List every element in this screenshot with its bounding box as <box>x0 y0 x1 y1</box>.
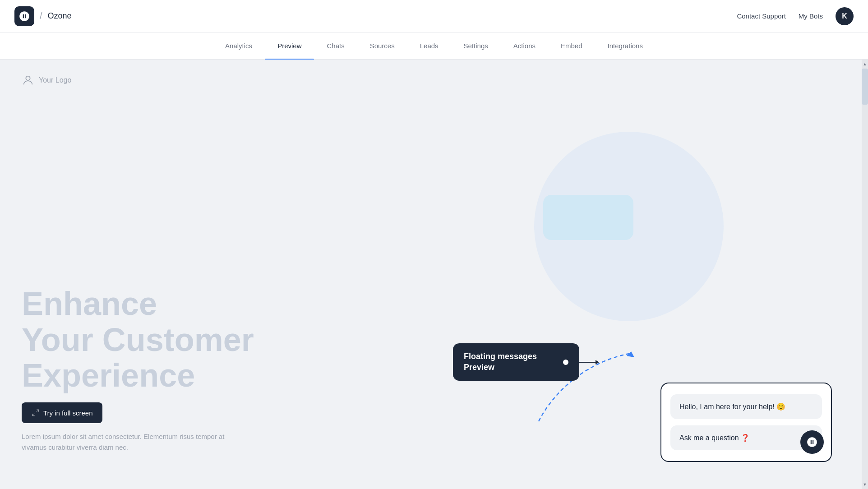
main-content: Your Logo Enhance Your Customer Experien… <box>0 60 868 489</box>
tab-embed[interactable]: Embed <box>548 32 595 60</box>
header-left: / Ozone <box>14 6 72 26</box>
floating-message-text: Floating messages Preview <box>464 351 559 373</box>
chat-question-bubble: Ask me a question ❓ <box>670 425 822 450</box>
nav: Analytics Preview Chats Sources Leads Se… <box>0 32 868 60</box>
svg-line-2 <box>32 414 35 416</box>
tab-sources[interactable]: Sources <box>357 32 407 60</box>
header-brand: Ozone <box>48 11 72 21</box>
chat-hello-bubble: Hello, I am here for your help! 😊 <box>670 394 822 419</box>
scrollbar-thumb[interactable] <box>862 69 868 105</box>
mock-logo-area: Your Logo <box>22 74 846 87</box>
logo-icon <box>18 10 30 22</box>
svg-line-1 <box>37 410 39 412</box>
svg-marker-3 <box>627 351 634 357</box>
mock-logo-text: Your Logo <box>39 76 71 84</box>
floating-message-box[interactable]: Floating messages Preview <box>453 343 579 381</box>
chat-widget-fab-button[interactable] <box>800 430 824 454</box>
tab-preview[interactable]: Preview <box>265 32 314 60</box>
hero-headline: Enhance Your Customer Experience <box>22 286 254 393</box>
tab-leads[interactable]: Leads <box>407 32 451 60</box>
hero-section: Enhance Your Customer Experience Try in … <box>22 286 254 453</box>
contact-support-link[interactable]: Contact Support <box>737 12 785 20</box>
floating-msg-dot <box>563 360 568 365</box>
scrollbar-track[interactable] <box>862 69 868 480</box>
scroll-down-arrow[interactable]: ▼ <box>862 480 868 489</box>
logo-box[interactable] <box>14 6 34 26</box>
hero-description: Lorem ipsum dolor sit amet consectetur. … <box>22 431 229 453</box>
chat-fab-icon <box>806 436 818 448</box>
tab-analytics[interactable]: Analytics <box>212 32 265 60</box>
hero-line1: Enhance <box>22 286 254 322</box>
tab-actions[interactable]: Actions <box>501 32 548 60</box>
mock-website: Your Logo Enhance Your Customer Experien… <box>0 60 868 489</box>
floating-msg-arrow-icon <box>579 358 599 367</box>
header-slash: / <box>40 11 42 21</box>
header: / Ozone Contact Support My Bots K <box>0 0 868 32</box>
scroll-up-arrow[interactable]: ▲ <box>862 60 868 69</box>
preview-area: Your Logo Enhance Your Customer Experien… <box>0 60 868 489</box>
try-fullscreen-label: Try in full screen <box>43 409 92 417</box>
tab-integrations[interactable]: Integrations <box>595 32 656 60</box>
svg-point-0 <box>26 76 30 80</box>
tab-chats[interactable]: Chats <box>314 32 357 60</box>
svg-marker-5 <box>596 360 599 364</box>
hero-line3: Experience <box>22 358 254 393</box>
tab-settings[interactable]: Settings <box>451 32 501 60</box>
fullscreen-icon <box>32 409 40 417</box>
scrollbar[interactable]: ▲ ▼ <box>862 60 868 489</box>
mock-card <box>543 195 633 240</box>
my-bots-link[interactable]: My Bots <box>799 12 823 20</box>
avatar[interactable]: K <box>836 7 854 25</box>
try-fullscreen-button[interactable]: Try in full screen <box>22 402 102 423</box>
hero-line2: Your Customer <box>22 322 254 358</box>
chat-widget-panel: Hello, I am here for your help! 😊 Ask me… <box>660 383 832 462</box>
mock-logo-icon <box>22 74 34 87</box>
header-right: Contact Support My Bots K <box>737 7 854 25</box>
